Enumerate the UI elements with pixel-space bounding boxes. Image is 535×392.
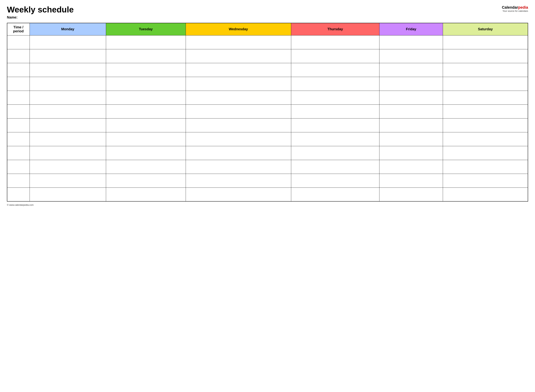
cell-wednesday[interactable]: [186, 49, 291, 63]
time-cell[interactable]: [7, 174, 30, 187]
time-cell[interactable]: [7, 49, 30, 63]
cell-tuesday[interactable]: [106, 146, 186, 160]
cell-friday[interactable]: [379, 160, 443, 174]
schedule-table: Time / period Monday Tuesday Wednesday T…: [7, 23, 528, 202]
logo-calendar: Calendar: [502, 5, 518, 9]
cell-thursday[interactable]: [291, 146, 379, 160]
cell-thursday[interactable]: [291, 118, 379, 132]
time-cell[interactable]: [7, 187, 30, 201]
cell-friday[interactable]: [379, 118, 443, 132]
cell-tuesday[interactable]: [106, 49, 186, 63]
cell-thursday[interactable]: [291, 63, 379, 77]
cell-monday[interactable]: [30, 160, 106, 174]
cell-saturday[interactable]: [443, 77, 528, 91]
cell-monday[interactable]: [30, 118, 106, 132]
cell-friday[interactable]: [379, 174, 443, 187]
table-row: [7, 132, 528, 146]
time-cell[interactable]: [7, 91, 30, 104]
cell-wednesday[interactable]: [186, 118, 291, 132]
cell-monday[interactable]: [30, 104, 106, 118]
table-row: [7, 77, 528, 91]
cell-thursday[interactable]: [291, 160, 379, 174]
cell-wednesday[interactable]: [186, 146, 291, 160]
cell-monday[interactable]: [30, 187, 106, 201]
cell-saturday[interactable]: [443, 49, 528, 63]
cell-tuesday[interactable]: [106, 35, 186, 49]
cell-tuesday[interactable]: [106, 63, 186, 77]
cell-wednesday[interactable]: [186, 35, 291, 49]
cell-thursday[interactable]: [291, 49, 379, 63]
cell-tuesday[interactable]: [106, 174, 186, 187]
title-block: Weekly schedule Name:: [7, 5, 74, 19]
footer: © www.calendarpedia.com: [7, 204, 528, 206]
time-cell[interactable]: [7, 104, 30, 118]
time-cell[interactable]: [7, 160, 30, 174]
cell-wednesday[interactable]: [186, 160, 291, 174]
cell-monday[interactable]: [30, 35, 106, 49]
cell-wednesday[interactable]: [186, 187, 291, 201]
cell-monday[interactable]: [30, 91, 106, 104]
cell-tuesday[interactable]: [106, 104, 186, 118]
cell-monday[interactable]: [30, 146, 106, 160]
time-cell[interactable]: [7, 35, 30, 49]
cell-thursday[interactable]: [291, 77, 379, 91]
col-header-tuesday: Tuesday: [106, 23, 186, 35]
cell-saturday[interactable]: [443, 118, 528, 132]
cell-friday[interactable]: [379, 187, 443, 201]
cell-monday[interactable]: [30, 132, 106, 146]
time-cell[interactable]: [7, 132, 30, 146]
cell-friday[interactable]: [379, 35, 443, 49]
cell-saturday[interactable]: [443, 132, 528, 146]
cell-saturday[interactable]: [443, 91, 528, 104]
cell-friday[interactable]: [379, 49, 443, 63]
cell-monday[interactable]: [30, 49, 106, 63]
cell-monday[interactable]: [30, 77, 106, 91]
time-cell[interactable]: [7, 63, 30, 77]
table-row: [7, 63, 528, 77]
cell-friday[interactable]: [379, 146, 443, 160]
cell-thursday[interactable]: [291, 35, 379, 49]
cell-wednesday[interactable]: [186, 132, 291, 146]
cell-wednesday[interactable]: [186, 174, 291, 187]
cell-thursday[interactable]: [291, 187, 379, 201]
time-cell[interactable]: [7, 77, 30, 91]
table-row: [7, 174, 528, 187]
cell-tuesday[interactable]: [106, 160, 186, 174]
cell-saturday[interactable]: [443, 63, 528, 77]
cell-wednesday[interactable]: [186, 91, 291, 104]
cell-tuesday[interactable]: [106, 91, 186, 104]
cell-saturday[interactable]: [443, 35, 528, 49]
cell-friday[interactable]: [379, 91, 443, 104]
cell-thursday[interactable]: [291, 174, 379, 187]
cell-saturday[interactable]: [443, 104, 528, 118]
logo-block: Calendarpedia Your source for calendars: [502, 5, 528, 12]
table-row: [7, 146, 528, 160]
time-cell[interactable]: [7, 118, 30, 132]
time-cell[interactable]: [7, 146, 30, 160]
cell-tuesday[interactable]: [106, 77, 186, 91]
name-label: Name:: [7, 15, 74, 19]
cell-saturday[interactable]: [443, 160, 528, 174]
cell-tuesday[interactable]: [106, 132, 186, 146]
cell-wednesday[interactable]: [186, 63, 291, 77]
cell-thursday[interactable]: [291, 104, 379, 118]
cell-wednesday[interactable]: [186, 104, 291, 118]
cell-saturday[interactable]: [443, 174, 528, 187]
logo-text: Calendarpedia: [502, 5, 528, 10]
cell-tuesday[interactable]: [106, 118, 186, 132]
cell-monday[interactable]: [30, 174, 106, 187]
cell-monday[interactable]: [30, 63, 106, 77]
cell-thursday[interactable]: [291, 91, 379, 104]
cell-saturday[interactable]: [443, 187, 528, 201]
cell-friday[interactable]: [379, 63, 443, 77]
table-row: [7, 91, 528, 104]
cell-tuesday[interactable]: [106, 187, 186, 201]
cell-wednesday[interactable]: [186, 77, 291, 91]
cell-friday[interactable]: [379, 77, 443, 91]
cell-friday[interactable]: [379, 132, 443, 146]
cell-thursday[interactable]: [291, 132, 379, 146]
cell-friday[interactable]: [379, 104, 443, 118]
cell-saturday[interactable]: [443, 146, 528, 160]
footer-url: © www.calendarpedia.com: [7, 204, 33, 206]
page-title: Weekly schedule: [7, 5, 74, 14]
